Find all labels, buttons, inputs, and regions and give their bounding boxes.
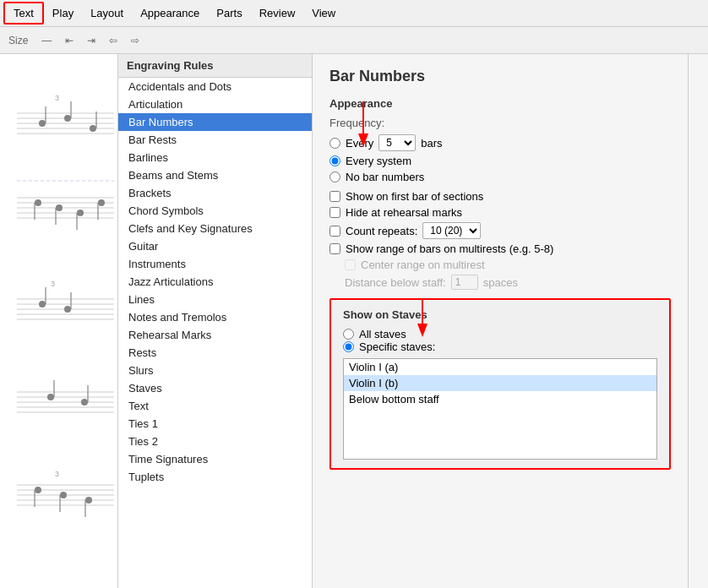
engraving-item-articulation[interactable]: Articulation bbox=[118, 95, 312, 113]
frequency-label: Frequency: bbox=[329, 117, 671, 129]
engraving-item-brackets[interactable]: Brackets bbox=[118, 184, 312, 202]
engraving-item-accidentals[interactable]: Accidentals and Dots bbox=[118, 78, 312, 95]
engraving-item-rehearsal[interactable]: Rehearsal Marks bbox=[118, 326, 312, 344]
show-range-checkbox[interactable] bbox=[329, 243, 340, 254]
all-staves-radio[interactable] bbox=[343, 329, 354, 340]
freq-every-select[interactable]: 5 1 2 3 4 10 bbox=[379, 134, 416, 151]
svg-text:3: 3 bbox=[55, 470, 59, 478]
show-first-bar-row: Show on first bar of sections bbox=[329, 190, 671, 203]
engraving-item-ties1[interactable]: Ties 1 bbox=[118, 415, 312, 433]
score-content: 3 bbox=[0, 54, 117, 563]
bar-numbers-panel: Bar Numbers Appearance Frequency: Every … bbox=[313, 54, 688, 588]
svg-point-23 bbox=[98, 199, 105, 206]
engraving-item-chord-symbols[interactable]: Chord Symbols bbox=[118, 202, 312, 220]
svg-text:3: 3 bbox=[55, 94, 59, 102]
count-repeats-select[interactable]: 10 (20) 5 (10) bbox=[422, 222, 481, 239]
distance-below-input bbox=[451, 275, 478, 290]
freq-system-radio[interactable] bbox=[329, 155, 340, 166]
freq-every-radio[interactable] bbox=[329, 138, 340, 149]
specific-staves-row: Specific staves: bbox=[343, 340, 657, 353]
freq-no-bar-row: No bar numbers bbox=[329, 171, 671, 183]
svg-point-17 bbox=[35, 199, 41, 206]
count-repeats-label: Count repeats: bbox=[346, 225, 417, 237]
engraving-item-instruments[interactable]: Instruments bbox=[118, 255, 312, 273]
frequency-radio-group: Every 5 1 2 3 4 10 bars Every system bbox=[329, 134, 671, 183]
hide-rehearsal-label: Hide at rehearsal marks bbox=[346, 206, 462, 219]
menu-text[interactable]: Text bbox=[3, 2, 44, 24]
menu-layout[interactable]: Layout bbox=[82, 3, 132, 23]
svg-point-33 bbox=[64, 306, 71, 313]
staves-item-violin-b[interactable]: Violin I (b) bbox=[344, 375, 656, 391]
engraving-item-bar-numbers[interactable]: Bar Numbers bbox=[118, 113, 312, 131]
staves-item-below-bottom[interactable]: Below bottom staff bbox=[344, 391, 656, 407]
menu-view[interactable]: View bbox=[303, 3, 344, 23]
engraving-item-guitar[interactable]: Guitar bbox=[118, 237, 312, 255]
engraving-item-slurs[interactable]: Slurs bbox=[118, 362, 312, 379]
appearance-section: Appearance bbox=[329, 97, 671, 110]
engraving-item-time-signatures[interactable]: Time Signatures bbox=[118, 450, 312, 468]
engraving-item-text[interactable]: Text bbox=[118, 397, 312, 415]
toolbar-separator: — bbox=[36, 33, 57, 48]
engraving-item-ties2[interactable]: Ties 2 bbox=[118, 433, 312, 450]
freq-system-label: Every system bbox=[346, 155, 411, 167]
engraving-title: Engraving Rules bbox=[118, 54, 312, 78]
score-area: 3 bbox=[0, 54, 118, 588]
align-left-icon[interactable]: ⇤ bbox=[60, 33, 79, 48]
svg-point-5 bbox=[39, 120, 46, 127]
engraving-item-beams[interactable]: Beams and Stems bbox=[118, 166, 312, 184]
menubar: Text Play Layout Appearance Parts Review… bbox=[0, 0, 708, 27]
svg-point-7 bbox=[64, 115, 71, 122]
engraving-item-clefs[interactable]: Clefs and Key Signatures bbox=[118, 220, 312, 237]
hide-rehearsal-row: Hide at rehearsal marks bbox=[329, 206, 671, 219]
right-panel bbox=[688, 54, 708, 588]
engraving-item-lines[interactable]: Lines bbox=[118, 291, 312, 308]
freq-every-label: Every bbox=[346, 137, 373, 150]
menu-parts[interactable]: Parts bbox=[208, 3, 250, 23]
count-repeats-row: Count repeats: 10 (20) 5 (10) bbox=[329, 222, 671, 239]
svg-point-21 bbox=[77, 210, 84, 216]
distance-below-row: Distance below staff: spaces bbox=[345, 275, 671, 290]
align-right-icon[interactable]: ⇦ bbox=[104, 33, 123, 48]
center-range-checkbox bbox=[345, 259, 356, 270]
engraving-item-barlines[interactable]: Barlines bbox=[118, 149, 312, 166]
score-svg: 3 bbox=[8, 63, 118, 553]
align-center-icon[interactable]: ⇥ bbox=[82, 33, 101, 48]
all-staves-row: All staves bbox=[343, 328, 657, 340]
svg-point-54 bbox=[85, 497, 92, 504]
staves-item-violin-a[interactable]: Violin I (a) bbox=[344, 359, 656, 375]
freq-none-radio[interactable] bbox=[329, 172, 340, 182]
spaces-label: spaces bbox=[483, 276, 518, 289]
engraving-item-bar-rests[interactable]: Bar Rests bbox=[118, 131, 312, 149]
engraving-item-tuplets[interactable]: Tuplets bbox=[118, 468, 312, 486]
menu-review[interactable]: Review bbox=[251, 3, 304, 23]
count-repeats-checkbox[interactable] bbox=[329, 226, 340, 237]
show-first-checkbox[interactable] bbox=[329, 191, 340, 202]
size-label: Size bbox=[3, 33, 33, 48]
hide-rehearsal-checkbox[interactable] bbox=[329, 207, 340, 218]
show-range-label: Show range of bars on multirests (e.g. 5… bbox=[346, 242, 553, 255]
svg-point-31 bbox=[39, 301, 46, 308]
svg-point-9 bbox=[90, 125, 96, 132]
svg-point-52 bbox=[60, 492, 67, 498]
svg-text:3: 3 bbox=[51, 280, 55, 288]
show-on-staves-box: Show on Staves All staves Specific stave… bbox=[329, 298, 671, 470]
staves-list: Violin I (a) Violin I (b) Below bottom s… bbox=[343, 358, 657, 460]
panel-title: Bar Numbers bbox=[329, 68, 671, 85]
main-area: 3 bbox=[0, 54, 708, 588]
menu-appearance[interactable]: Appearance bbox=[132, 3, 208, 23]
menu-play[interactable]: Play bbox=[44, 3, 82, 23]
engraving-item-jazz[interactable]: Jazz Articulations bbox=[118, 273, 312, 291]
engraving-panel: Engraving Rules Accidentals and Dots Art… bbox=[118, 54, 313, 588]
freq-bars-label: bars bbox=[421, 137, 442, 150]
freq-every-row: Every 5 1 2 3 4 10 bars bbox=[329, 134, 671, 151]
engraving-item-staves[interactable]: Staves bbox=[118, 379, 312, 397]
all-staves-label: All staves bbox=[359, 328, 406, 340]
center-range-row: Center range on multirest bbox=[345, 259, 671, 271]
svg-point-50 bbox=[35, 487, 41, 493]
specific-staves-radio[interactable] bbox=[343, 341, 354, 352]
engraving-item-notes[interactable]: Notes and Tremolos bbox=[118, 308, 312, 326]
align-justify-icon[interactable]: ⇨ bbox=[126, 33, 144, 48]
staves-title: Show on Staves bbox=[343, 308, 657, 321]
engraving-item-rests[interactable]: Rests bbox=[118, 344, 312, 362]
svg-point-41 bbox=[47, 394, 54, 400]
